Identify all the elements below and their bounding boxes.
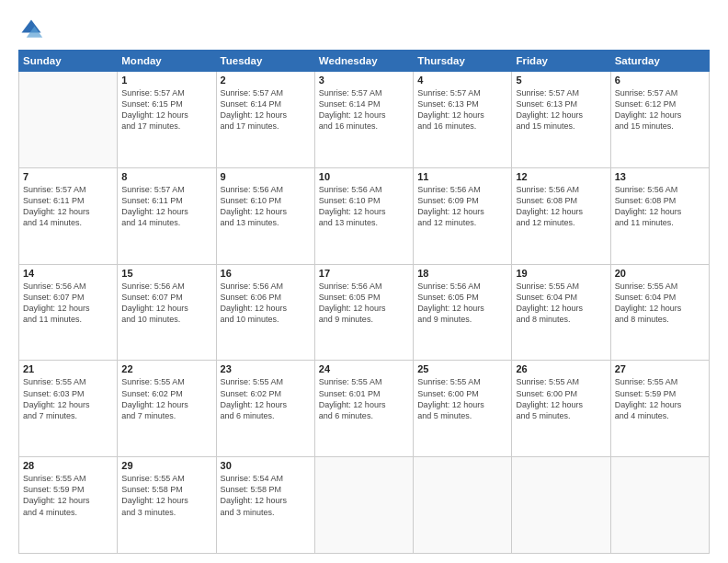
calendar-cell: 3Sunrise: 5:57 AM Sunset: 6:14 PM Daylig… [314,72,413,168]
logo [18,17,48,42]
day-number: 17 [319,268,409,279]
day-number: 28 [23,460,113,471]
calendar-cell: 29Sunrise: 5:55 AM Sunset: 5:58 PM Dayli… [118,457,216,554]
day-number: 1 [121,75,211,86]
day-number: 30 [221,460,311,471]
day-number: 20 [615,268,705,279]
calendar-body: 1Sunrise: 5:57 AM Sunset: 6:15 PM Daylig… [19,72,710,554]
calendar-cell: 20Sunrise: 5:55 AM Sunset: 6:04 PM Dayli… [610,264,709,361]
day-number: 4 [417,75,507,86]
day-info: Sunrise: 5:56 AM Sunset: 6:08 PM Dayligh… [516,184,606,229]
day-number: 15 [121,268,211,279]
calendar-cell: 17Sunrise: 5:56 AM Sunset: 6:05 PM Dayli… [314,264,413,361]
day-info: Sunrise: 5:57 AM Sunset: 6:14 PM Dayligh… [319,87,409,132]
calendar-cell: 15Sunrise: 5:56 AM Sunset: 6:07 PM Dayli… [118,264,216,361]
day-number: 21 [23,363,113,374]
calendar-cell: 22Sunrise: 5:55 AM Sunset: 6:02 PM Dayli… [118,361,216,457]
calendar-cell: 25Sunrise: 5:55 AM Sunset: 6:00 PM Dayli… [414,361,512,457]
day-info: Sunrise: 5:55 AM Sunset: 6:02 PM Dayligh… [121,376,211,421]
calendar-cell: 12Sunrise: 5:56 AM Sunset: 6:08 PM Dayli… [512,167,610,264]
day-info: Sunrise: 5:56 AM Sunset: 6:05 PM Dayligh… [319,281,409,326]
calendar-cell: 26Sunrise: 5:55 AM Sunset: 6:00 PM Dayli… [512,361,610,457]
calendar-header-row: SundayMondayTuesdayWednesdayThursdayFrid… [19,51,710,72]
calendar-cell: 18Sunrise: 5:56 AM Sunset: 6:05 PM Dayli… [414,264,512,361]
calendar-cell [610,457,709,554]
calendar-cell [19,72,118,168]
calendar-cell: 14Sunrise: 5:56 AM Sunset: 6:07 PM Dayli… [19,264,118,361]
header [18,17,710,42]
day-number: 2 [221,75,311,86]
day-number: 6 [615,75,705,86]
calendar-cell: 30Sunrise: 5:54 AM Sunset: 5:58 PM Dayli… [216,457,314,554]
day-number: 10 [319,171,409,182]
day-number: 23 [221,363,311,374]
calendar-cell: 16Sunrise: 5:56 AM Sunset: 6:06 PM Dayli… [216,264,314,361]
day-number: 27 [615,363,705,374]
day-number: 8 [121,171,211,182]
day-info: Sunrise: 5:57 AM Sunset: 6:11 PM Dayligh… [121,184,211,229]
day-number: 19 [516,268,606,279]
day-number: 16 [221,268,311,279]
weekday-header: Wednesday [314,51,413,72]
weekday-header: Thursday [414,51,512,72]
day-number: 12 [516,171,606,182]
day-info: Sunrise: 5:57 AM Sunset: 6:14 PM Dayligh… [221,87,311,132]
weekday-header: Sunday [19,51,118,72]
day-info: Sunrise: 5:56 AM Sunset: 6:06 PM Dayligh… [221,281,311,326]
calendar-week-row: 14Sunrise: 5:56 AM Sunset: 6:07 PM Dayli… [19,264,710,361]
calendar-cell: 2Sunrise: 5:57 AM Sunset: 6:14 PM Daylig… [216,72,314,168]
calendar-week-row: 1Sunrise: 5:57 AM Sunset: 6:15 PM Daylig… [19,72,710,168]
day-info: Sunrise: 5:56 AM Sunset: 6:10 PM Dayligh… [221,184,311,229]
day-info: Sunrise: 5:55 AM Sunset: 6:04 PM Dayligh… [615,281,705,326]
day-info: Sunrise: 5:57 AM Sunset: 6:11 PM Dayligh… [23,184,113,229]
day-number: 26 [516,363,606,374]
calendar-cell: 24Sunrise: 5:55 AM Sunset: 6:01 PM Dayli… [314,361,413,457]
day-info: Sunrise: 5:54 AM Sunset: 5:58 PM Dayligh… [221,473,311,518]
calendar-cell: 13Sunrise: 5:56 AM Sunset: 6:08 PM Dayli… [610,167,709,264]
calendar-cell: 8Sunrise: 5:57 AM Sunset: 6:11 PM Daylig… [118,167,216,264]
day-info: Sunrise: 5:57 AM Sunset: 6:15 PM Dayligh… [121,87,211,132]
day-number: 25 [417,363,507,374]
day-info: Sunrise: 5:55 AM Sunset: 6:03 PM Dayligh… [23,376,113,421]
calendar-week-row: 28Sunrise: 5:55 AM Sunset: 5:59 PM Dayli… [19,457,710,554]
day-number: 3 [319,75,409,86]
day-number: 11 [417,171,507,182]
day-number: 7 [23,171,113,182]
calendar-week-row: 7Sunrise: 5:57 AM Sunset: 6:11 PM Daylig… [19,167,710,264]
calendar-cell: 4Sunrise: 5:57 AM Sunset: 6:13 PM Daylig… [414,72,512,168]
calendar-cell: 19Sunrise: 5:55 AM Sunset: 6:04 PM Dayli… [512,264,610,361]
weekday-header: Friday [512,51,610,72]
calendar-cell: 5Sunrise: 5:57 AM Sunset: 6:13 PM Daylig… [512,72,610,168]
day-info: Sunrise: 5:55 AM Sunset: 5:59 PM Dayligh… [23,473,113,518]
day-info: Sunrise: 5:57 AM Sunset: 6:13 PM Dayligh… [417,87,507,132]
calendar-cell: 11Sunrise: 5:56 AM Sunset: 6:09 PM Dayli… [414,167,512,264]
day-info: Sunrise: 5:57 AM Sunset: 6:12 PM Dayligh… [615,87,705,132]
weekday-header: Tuesday [216,51,314,72]
day-info: Sunrise: 5:56 AM Sunset: 6:09 PM Dayligh… [417,184,507,229]
calendar-cell: 21Sunrise: 5:55 AM Sunset: 6:03 PM Dayli… [19,361,118,457]
day-info: Sunrise: 5:57 AM Sunset: 6:13 PM Dayligh… [516,87,606,132]
weekday-header: Saturday [610,51,709,72]
day-info: Sunrise: 5:55 AM Sunset: 5:59 PM Dayligh… [615,376,705,421]
day-info: Sunrise: 5:55 AM Sunset: 6:00 PM Dayligh… [417,376,507,421]
calendar-cell [414,457,512,554]
logo-icon [18,17,44,42]
day-number: 24 [319,363,409,374]
day-info: Sunrise: 5:56 AM Sunset: 6:10 PM Dayligh… [319,184,409,229]
day-info: Sunrise: 5:56 AM Sunset: 6:07 PM Dayligh… [121,281,211,326]
calendar-week-row: 21Sunrise: 5:55 AM Sunset: 6:03 PM Dayli… [19,361,710,457]
weekday-header: Monday [118,51,216,72]
calendar-cell: 9Sunrise: 5:56 AM Sunset: 6:10 PM Daylig… [216,167,314,264]
day-number: 14 [23,268,113,279]
day-number: 13 [615,171,705,182]
day-info: Sunrise: 5:56 AM Sunset: 6:05 PM Dayligh… [417,281,507,326]
page: SundayMondayTuesdayWednesdayThursdayFrid… [0,0,728,563]
calendar-cell: 1Sunrise: 5:57 AM Sunset: 6:15 PM Daylig… [118,72,216,168]
day-number: 18 [417,268,507,279]
day-number: 22 [121,363,211,374]
day-number: 9 [221,171,311,182]
calendar-cell [314,457,413,554]
calendar-cell: 27Sunrise: 5:55 AM Sunset: 5:59 PM Dayli… [610,361,709,457]
day-info: Sunrise: 5:55 AM Sunset: 6:01 PM Dayligh… [319,376,409,421]
day-number: 29 [121,460,211,471]
